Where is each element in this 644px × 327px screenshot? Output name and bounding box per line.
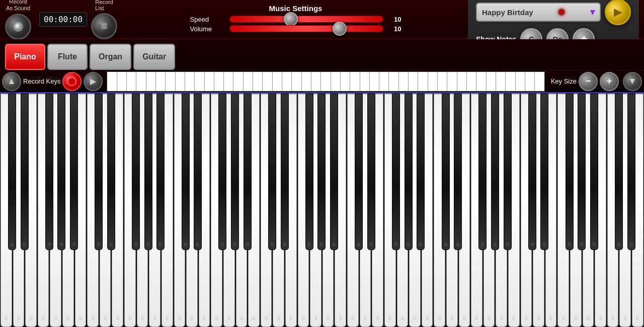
mini-key[interactable]: [409, 72, 418, 91]
black-key-7[interactable]: ⟨⟩: [95, 94, 103, 250]
mini-key[interactable]: [282, 72, 292, 91]
mini-key[interactable]: [496, 72, 506, 91]
mini-key[interactable]: [428, 72, 438, 91]
black-key-43[interactable]: ⟨⟩: [540, 94, 548, 250]
black-key-45[interactable]: ⟨⟩: [566, 94, 574, 250]
black-key-26[interactable]: ⟨⟩: [330, 94, 338, 250]
black-key-49[interactable]: ⟨⟩: [615, 94, 623, 250]
mini-key[interactable]: [341, 72, 350, 91]
black-key-25[interactable]: ⟨⟩: [317, 94, 326, 250]
black-key-17[interactable]: ⟨⟩: [218, 94, 226, 250]
scroll-down-button[interactable]: [623, 72, 642, 91]
mini-key[interactable]: [292, 72, 301, 91]
black-key-22[interactable]: ⟨⟩: [281, 94, 289, 250]
mini-key[interactable]: [302, 72, 311, 91]
black-key-31[interactable]: ⟨⟩: [392, 94, 400, 250]
mini-key[interactable]: [244, 72, 253, 91]
black-key-0[interactable]: ⟨⟩: [8, 94, 16, 250]
mini-key[interactable]: [350, 72, 360, 91]
black-key-42[interactable]: ⟨⟩: [528, 94, 536, 250]
volume-slider-knob[interactable]: [333, 22, 347, 36]
mini-key[interactable]: [535, 72, 544, 91]
mini-key[interactable]: [506, 72, 515, 91]
black-key-12[interactable]: ⟨⟩: [156, 94, 165, 250]
mini-key[interactable]: [457, 72, 467, 91]
speed-slider-knob[interactable]: [284, 12, 298, 26]
black-key-8[interactable]: ⟨⟩: [107, 94, 115, 250]
mini-key[interactable]: [205, 72, 214, 91]
black-key-15[interactable]: ⟨⟩: [194, 94, 202, 250]
black-key-14[interactable]: ⟨⟩: [182, 94, 190, 250]
mini-key[interactable]: [156, 72, 166, 91]
black-key-3[interactable]: ⟨⟩: [45, 94, 53, 250]
mini-key[interactable]: [263, 72, 272, 91]
black-key-10[interactable]: ⟨⟩: [132, 94, 140, 250]
mini-key[interactable]: [418, 72, 428, 91]
mini-key[interactable]: [233, 72, 243, 91]
mini-key[interactable]: [360, 72, 370, 91]
guitar-button[interactable]: Guitar: [133, 44, 175, 70]
black-key-50[interactable]: ⟨⟩: [627, 94, 635, 250]
mini-key[interactable]: [214, 72, 224, 91]
black-key-29[interactable]: ⟨⟩: [367, 94, 375, 250]
black-key-38[interactable]: ⟨⟩: [478, 94, 487, 250]
black-key-1[interactable]: ⟨⟩: [21, 94, 29, 250]
piano-button[interactable]: Piano: [5, 44, 45, 70]
black-key-5[interactable]: ⟨⟩: [70, 94, 78, 250]
black-key-18[interactable]: ⟨⟩: [231, 94, 239, 250]
black-key-35[interactable]: ⟨⟩: [442, 94, 450, 250]
mini-key[interactable]: [166, 72, 175, 91]
key-size-increase-button[interactable]: +: [600, 72, 619, 91]
black-key-40[interactable]: ⟨⟩: [504, 94, 512, 250]
mini-key[interactable]: [195, 72, 204, 91]
record-as-sound-button[interactable]: [5, 14, 31, 40]
song-selector[interactable]: Happy Birtday ▾: [476, 3, 601, 22]
black-key-19[interactable]: ⟨⟩: [244, 94, 252, 250]
record-list-button[interactable]: [91, 13, 117, 39]
mini-key[interactable]: [311, 72, 321, 91]
black-key-36[interactable]: ⟨⟩: [454, 94, 462, 250]
mini-key[interactable]: [127, 72, 136, 91]
mini-key[interactable]: [321, 72, 331, 91]
mini-key[interactable]: [117, 72, 127, 91]
black-key-28[interactable]: ⟨⟩: [355, 94, 363, 250]
black-key-21[interactable]: ⟨⟩: [268, 94, 276, 250]
mini-key[interactable]: [331, 72, 341, 91]
key-size-decrease-button[interactable]: −: [579, 72, 598, 91]
mini-key[interactable]: [389, 72, 398, 91]
mini-key[interactable]: [525, 72, 535, 91]
mini-key[interactable]: [136, 72, 146, 91]
play-button-large[interactable]: [605, 0, 631, 25]
volume-slider-track[interactable]: [229, 25, 383, 32]
black-key-24[interactable]: ⟨⟩: [305, 94, 313, 250]
mini-key[interactable]: [467, 72, 476, 91]
mini-key[interactable]: [176, 72, 185, 91]
black-key-46[interactable]: ⟨⟩: [578, 94, 586, 250]
mini-key[interactable]: [370, 72, 379, 91]
play-button[interactable]: [84, 72, 103, 91]
scroll-up-button[interactable]: [2, 72, 21, 91]
mini-key[interactable]: [487, 72, 496, 91]
record-button[interactable]: [62, 72, 82, 91]
mini-key[interactable]: [516, 72, 525, 91]
black-key-39[interactable]: ⟨⟩: [491, 94, 499, 250]
mini-key[interactable]: [253, 72, 263, 91]
mini-key[interactable]: [146, 72, 156, 91]
mini-key[interactable]: [438, 72, 447, 91]
organ-button[interactable]: Organ: [90, 44, 131, 70]
mini-key[interactable]: [185, 72, 195, 91]
mini-key[interactable]: [447, 72, 457, 91]
mini-key[interactable]: [399, 72, 409, 91]
black-key-4[interactable]: ⟨⟩: [57, 94, 65, 250]
speed-slider-track[interactable]: [229, 16, 383, 23]
flute-button[interactable]: Flute: [47, 44, 88, 70]
mini-key[interactable]: [273, 72, 282, 91]
mini-key[interactable]: [107, 72, 117, 91]
mini-key[interactable]: [379, 72, 389, 91]
black-key-32[interactable]: ⟨⟩: [405, 94, 413, 250]
black-key-47[interactable]: ⟨⟩: [590, 94, 598, 250]
mini-piano[interactable]: [107, 71, 544, 92]
mini-key[interactable]: [476, 72, 486, 91]
black-key-11[interactable]: ⟨⟩: [144, 94, 152, 250]
black-key-33[interactable]: ⟨⟩: [417, 94, 425, 250]
